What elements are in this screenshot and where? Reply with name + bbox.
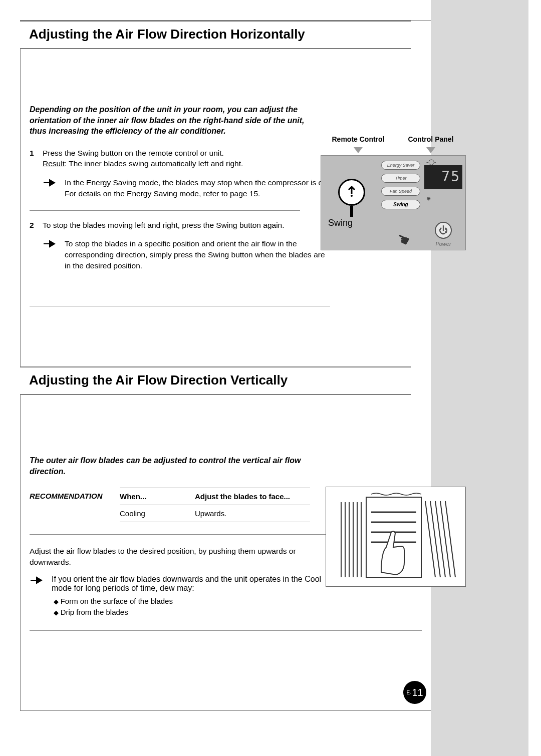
step1-note: In the Energy Saving mode, the blades ma… [65,177,330,199]
step1-number: 1 [30,148,43,169]
figure-remote-and-panel: Remote Control Control Panel Swing Energ… [321,135,466,250]
step1-text: Press the Swing button on the remote con… [43,148,330,159]
cp-btn-fan: Fan Speed [381,187,420,196]
step2-note-row: To stop the blades in a specific positio… [43,238,330,271]
page-number: 11 [412,687,423,698]
step1-result-label: Result [43,159,65,168]
table-r1c2: Upwards. [195,509,310,518]
section2-note: If you orient the air flow blades downwa… [52,575,330,593]
step2-number: 2 [30,220,43,231]
pointer-down-icon [354,147,363,153]
step1-note-row: In the Energy Saving mode, the blades ma… [43,177,330,199]
step2-note: To stop the blades in a specific positio… [65,238,330,271]
step2: 2 To stop the blades moving left and rig… [30,220,330,231]
clock-icon: ⊕ [426,195,462,202]
section2-bullets: Form on the surface of the blades Drip f… [52,596,330,618]
page-prefix: E- [406,690,411,695]
power-label: Power [424,241,462,247]
step1-result-text: : The inner blades swing automatically l… [65,159,243,168]
figure-label-panel: Control Panel [396,135,466,143]
section2-intro: The outer air flow blades can be adjuste… [30,455,320,477]
divider-4 [30,630,422,631]
illustration-panel: Swing Energy Saver Timer Fan Speed Swing… [321,155,466,250]
cp-btn-swing: Swing [381,200,420,209]
svg-line-11 [440,501,450,577]
section1-title: Adjusting the Air Flow Direction Horizon… [29,27,402,42]
section2-title: Adjusting the Air Flow Direction Vertica… [29,372,402,388]
svg-line-10 [435,501,445,577]
table-header: When... Adjust the blades to face... [120,488,310,505]
note-arrow-icon [43,238,65,271]
page-number-badge: E-11 [403,681,426,704]
table-row: Cooling Upwards. [120,505,310,522]
step1: 1 Press the Swing button on the remote c… [30,148,330,169]
hand-pointer-icon: ☚ [393,229,413,250]
svg-line-12 [445,501,455,577]
bullet-1: Form on the surface of the blades [54,596,330,607]
step1-result: Result: The inner blades swing automatic… [43,158,330,169]
section2-note-row: If you orient the air flow blades downwa… [30,575,330,618]
section2-title-bar: Adjusting the Air Flow Direction Vertica… [20,366,411,395]
adjust-text: Adjust the air flow blades to the desire… [30,546,320,567]
side-band [431,0,528,756]
svg-point-0 [351,195,353,197]
control-panel-buttons: Energy Saver Timer Fan Speed Swing [381,161,420,213]
control-panel-right: -◯- 75 ⊕ ⏻ Power [424,159,462,247]
section1-title-bar: Adjusting the Air Flow Direction Horizon… [20,21,411,49]
table-h1: When... [120,492,195,501]
cp-btn-timer: Timer [381,174,420,183]
power-icon: ⏻ [435,222,452,239]
note-arrow-icon [30,575,52,618]
divider-1 [30,210,300,211]
swing-caption: Swing [328,218,353,228]
cp-btn-energy: Energy Saver [381,161,420,170]
figure-label-remote: Remote Control [321,135,396,143]
table-r1c1: Cooling [120,509,195,518]
remote-stem-icon [350,206,353,217]
step2-text: To stop the blades moving left and right… [43,220,330,231]
page-frame: Adjusting the Air Flow Direction Horizon… [20,20,431,711]
bullet-2: Drip from the blades [54,607,330,618]
indicator-icon: -◯- [426,159,462,165]
section1-intro: Depending on the position of the unit in… [30,104,320,137]
svg-line-8 [425,501,435,577]
svg-line-9 [430,501,440,577]
figure-blades-illustration [326,487,466,587]
recommendation-label: RECOMMENDATION [30,488,120,522]
table-h2: Adjust the blades to face... [195,492,310,501]
divider-2 [30,306,330,306]
recommendation-table: When... Adjust the blades to face... Coo… [120,488,310,522]
remote-swing-button-icon [338,179,365,206]
pointer-down-icon [426,147,435,153]
cp-display: 75 [424,165,462,189]
note-arrow-icon [43,177,65,199]
cp-display-value: 75 [441,168,460,185]
